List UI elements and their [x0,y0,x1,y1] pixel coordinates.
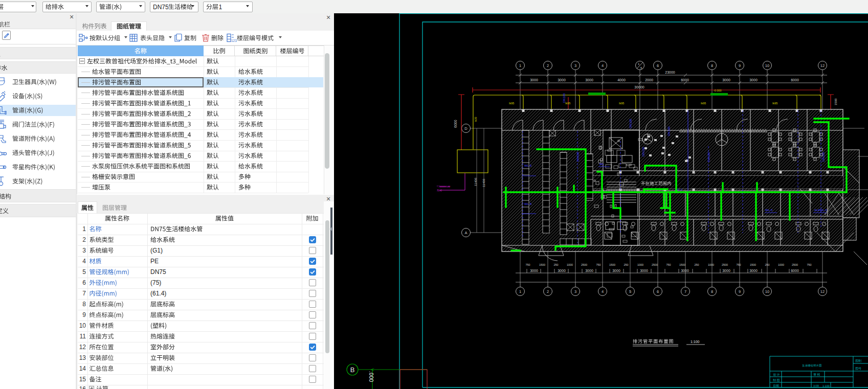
svg-text:6: 6 [657,63,659,68]
svg-text:3000: 3000 [640,269,648,272]
svg-text:DN100: DN100 [629,119,632,128]
svg-text:4: 4 [602,63,604,68]
svg-text:WL-5: WL-5 [524,202,532,205]
svg-text:DN100: DN100 [822,152,825,162]
svg-text:DN100: DN100 [563,93,566,103]
svg-text:3(w): 3(w) [437,189,442,192]
svg-text:3000: 3000 [585,269,593,272]
svg-text:2500: 2500 [581,263,587,266]
svg-text:750: 750 [807,263,811,266]
svg-text:3000: 3000 [585,78,593,82]
svg-text:3000: 3000 [722,269,730,272]
svg-text:2500: 2500 [792,263,798,266]
svg-text:12: 12 [820,63,825,68]
svg-text:10: 10 [765,63,769,68]
svg-text:AL#WL-5: AL#WL-5 [814,209,828,212]
svg-text:-0.000: -0.000 [714,89,722,92]
svg-text:Ik95: Ik95 [509,102,514,105]
svg-text:Ik95: Ik95 [772,102,777,105]
svg-text:3000: 3000 [749,269,758,272]
svg-text:1: 1 [519,63,521,68]
svg-text:3: 3 [574,289,576,294]
svg-text:3000: 3000 [681,269,689,272]
svg-text:9: 9 [739,289,741,294]
svg-text:250: 250 [553,263,558,266]
svg-text:3000: 3000 [530,78,538,82]
svg-text:6: 6 [657,289,659,294]
svg-text:23000: 23000 [665,71,675,74]
svg-text:1500: 1500 [750,263,756,266]
svg-text:3000: 3000 [558,78,566,82]
svg-text:DN100: DN100 [667,126,671,136]
svg-text:750: 750 [736,263,741,266]
svg-text:DN100: DN100 [576,152,580,162]
svg-text:3000: 3000 [530,269,538,272]
svg-text:*.*#####.##: *.*#####.## [437,185,450,188]
svg-text:Ik95: Ik95 [619,102,624,105]
svg-text:7: 7 [684,289,686,294]
svg-text:123: 123 [231,39,237,42]
svg-text:1:100: 1:100 [822,384,830,387]
svg-text:.000: .000 [368,371,374,382]
svg-text:3000: 3000 [558,269,566,272]
svg-text:WL-5: WL-5 [765,209,773,212]
svg-text:DN100: DN100 [707,152,710,162]
svg-text:750: 750 [666,263,671,266]
svg-text:D: D [464,126,468,131]
svg-text:Ik30: Ik30 [474,117,477,122]
svg-text:6000: 6000 [791,78,799,82]
svg-text:4000: 4000 [617,78,626,82]
svg-text:3000: 3000 [749,78,758,82]
svg-text:6000: 6000 [681,78,689,82]
svg-text:1:100: 1:100 [691,340,700,344]
svg-text:1500: 1500 [834,98,837,105]
svg-text:WL: WL [599,163,605,166]
svg-text:4: 4 [602,289,604,294]
svg-text:Ik95: Ik95 [565,102,570,105]
svg-text:12: 12 [820,289,825,294]
svg-text:3: 3 [574,63,576,68]
svg-text:B: B [350,366,355,374]
svg-text:1500: 1500 [679,263,685,266]
svg-text:250: 250 [624,263,628,266]
svg-text:6000: 6000 [791,269,799,272]
svg-text:9: 9 [739,63,741,68]
svg-text:3000: 3000 [722,78,730,82]
svg-text:5: 5 [629,289,631,294]
svg-text:2500: 2500 [652,263,658,266]
svg-text:8: 8 [711,63,713,68]
svg-text:6000: 6000 [454,120,457,128]
svg-text:2000: 2000 [645,78,653,82]
svg-text:WL-5: WL-5 [524,164,532,167]
svg-text:A: A [464,231,467,235]
svg-text:2: 2 [547,63,549,68]
svg-text:10: 10 [765,289,769,294]
svg-text:30000: 30000 [634,85,644,89]
svg-text:1000: 1000 [637,263,643,266]
svg-text:2500: 2500 [722,263,728,266]
svg-text:750: 750 [525,263,530,266]
svg-text:1000: 1000 [567,263,573,266]
svg-text:1: 1 [519,289,521,294]
svg-text:750: 750 [596,263,600,266]
svg-text:1500: 1500 [609,263,615,266]
svg-text:2: 2 [547,289,549,294]
svg-text:Ik95: Ik95 [701,102,706,105]
svg-text:DN100: DN100 [642,147,645,156]
svg-text:3000: 3000 [612,269,620,272]
svg-text:1000: 1000 [708,263,714,266]
svg-text:1500: 1500 [539,263,545,266]
svg-text:250: 250 [694,263,699,266]
svg-text:8: 8 [711,289,713,294]
svg-text:250: 250 [765,263,769,266]
svg-text:1000: 1000 [778,263,784,266]
